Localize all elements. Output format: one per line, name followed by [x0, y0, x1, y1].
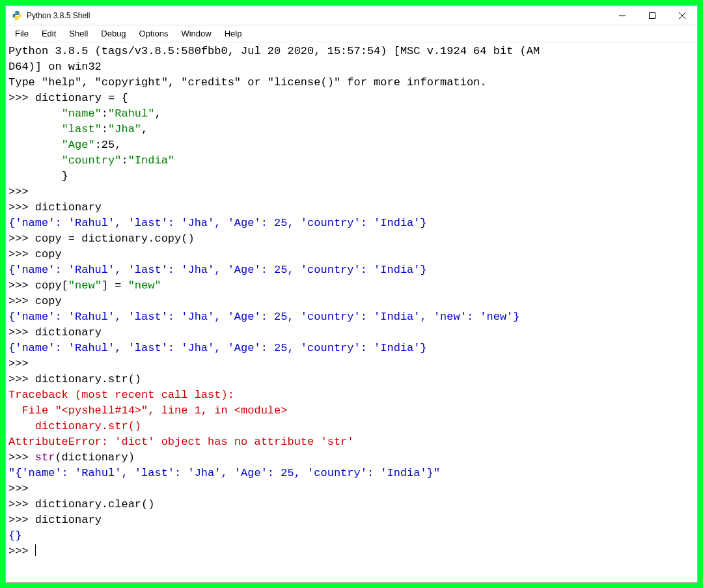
window-title: Python 3.8.5 Shell	[27, 11, 607, 20]
banner-line: Python 3.8.5 (tags/v3.8.5:580fbb0, Jul 2…	[8, 45, 540, 57]
traceback-line: Traceback (most recent call last):	[8, 389, 234, 401]
menu-edit[interactable]: Edit	[35, 27, 62, 40]
output: {'name': 'Rahul', 'last': 'Jha', 'Age': …	[8, 311, 520, 323]
code-input: dictionary.clear()	[35, 498, 155, 511]
close-button[interactable]	[667, 6, 697, 25]
prompt: >>>	[8, 483, 35, 495]
menu-debug[interactable]: Debug	[94, 27, 132, 40]
output: {'name': 'Rahul', 'last': 'Jha', 'Age': …	[8, 342, 427, 354]
shell-text-area[interactable]: Python 3.8.5 (tags/v3.8.5:580fbb0, Jul 2…	[6, 42, 697, 582]
banner-line: Type "help", "copyright", "credits" or "…	[8, 76, 487, 89]
code-input: ] =	[102, 279, 128, 292]
menu-shell[interactable]: Shell	[62, 27, 94, 40]
menu-help[interactable]: Help	[218, 27, 249, 40]
prompt: >>>	[8, 92, 35, 104]
indent	[8, 123, 62, 135]
prompt: >>>	[8, 279, 35, 292]
svg-rect-3	[650, 12, 655, 18]
prompt: >>>	[8, 514, 35, 526]
prompt: >>>	[8, 373, 35, 385]
prompt: >>>	[8, 201, 35, 214]
output: {}	[8, 529, 21, 542]
comma: ,	[154, 107, 161, 120]
indent	[8, 170, 62, 182]
titlebar[interactable]: Python 3.8.5 Shell	[6, 6, 697, 25]
colon: :	[102, 107, 108, 120]
menu-window[interactable]: Window	[174, 27, 217, 40]
str-literal: "India"	[128, 154, 174, 167]
code-input: dictionary = {	[35, 92, 128, 104]
prompt: >>>	[8, 232, 35, 245]
output: {'name': 'Rahul', 'last': 'Jha', 'Age': …	[8, 264, 427, 276]
python-shell-window: Python 3.8.5 Shell File Edit Shell Debug…	[5, 5, 698, 583]
python-icon	[11, 10, 23, 21]
output: "{'name': 'Rahul', 'last': 'Jha', 'Age':…	[8, 467, 440, 479]
comma: ,	[115, 139, 121, 151]
code-input: copy[	[35, 279, 68, 292]
str-literal: "Jha"	[108, 123, 141, 135]
str-literal: "Age"	[62, 139, 95, 151]
maximize-button[interactable]	[637, 6, 667, 25]
output: {'name': 'Rahul', 'last': 'Jha', 'Age': …	[8, 217, 427, 229]
colon: :	[95, 139, 102, 151]
minimize-button[interactable]	[607, 6, 637, 25]
svg-point-0	[16, 11, 16, 12]
code-input: copy	[35, 248, 62, 260]
str-literal: "new"	[68, 279, 102, 292]
builtin: str	[35, 451, 55, 464]
prompt: >>>	[8, 248, 35, 260]
code-input: copy	[35, 295, 62, 307]
menu-file[interactable]: File	[8, 27, 35, 40]
prompt: >>>	[8, 498, 35, 511]
indent	[8, 107, 62, 120]
code-input: copy = dictionary.copy()	[35, 232, 195, 245]
prompt: >>>	[8, 295, 35, 307]
code-input: dictionary.str()	[35, 373, 141, 385]
traceback-line: File "<pyshell#14>", line 1, in <module>	[8, 404, 287, 417]
str-literal: "last"	[62, 123, 102, 135]
traceback-line: dictionary.str()	[8, 420, 141, 432]
code-input: dictionary	[35, 326, 102, 339]
prompt: >>>	[8, 186, 35, 198]
indent	[8, 154, 62, 167]
menubar: File Edit Shell Debug Options Window Hel…	[6, 25, 697, 42]
str-literal: "new"	[128, 279, 161, 292]
int-literal: 25	[102, 139, 115, 151]
prompt: >>>	[8, 451, 35, 464]
traceback-line: AttributeError: 'dict' object has no att…	[8, 436, 354, 448]
str-literal: "country"	[62, 154, 122, 167]
str-literal: "Rahul"	[108, 107, 154, 120]
svg-point-1	[18, 18, 18, 19]
close-brace: }	[62, 170, 68, 182]
indent	[8, 139, 62, 151]
prompt: >>>	[8, 545, 35, 557]
code-input: dictionary	[35, 201, 102, 214]
colon: :	[121, 154, 128, 167]
menu-options[interactable]: Options	[133, 27, 175, 40]
code-input: dictionary	[35, 514, 102, 526]
colon: :	[102, 123, 108, 135]
prompt: >>>	[8, 357, 35, 370]
comma: ,	[141, 123, 148, 135]
prompt: >>>	[8, 326, 35, 339]
banner-line: D64)] on win32	[8, 61, 102, 73]
code-input: (dictionary)	[55, 451, 134, 464]
str-literal: "name"	[62, 107, 102, 120]
text-cursor	[35, 544, 36, 556]
